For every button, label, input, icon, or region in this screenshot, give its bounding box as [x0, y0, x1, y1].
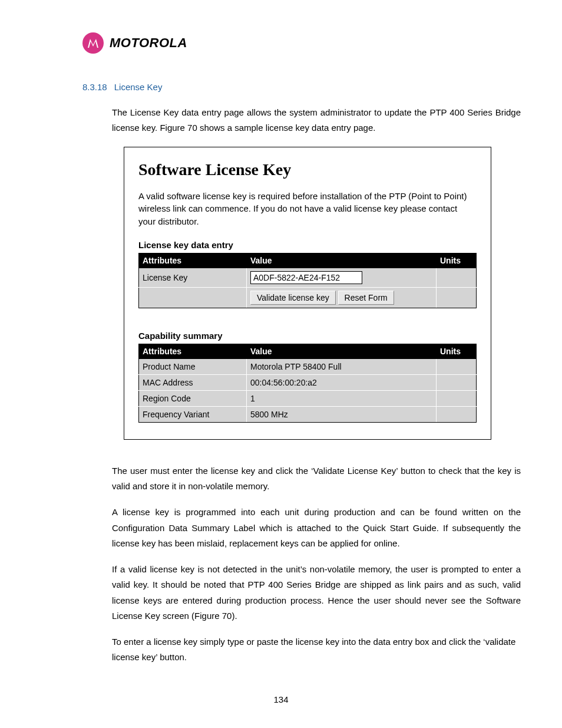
paragraph-3: A license key is programmed into each un…	[112, 505, 521, 551]
figure-description: A valid software license key is required…	[138, 190, 477, 228]
col-attributes: Attributes	[139, 253, 247, 268]
table1-label: License key data entry	[138, 240, 477, 250]
page-number: 134	[0, 694, 562, 704]
cap-units	[437, 358, 477, 374]
brand-name: MOTOROLA	[110, 35, 187, 51]
table-row: License Key	[139, 268, 477, 287]
cap-attr: Frequency Variant	[139, 406, 247, 422]
table2-label: Capability summary	[138, 331, 477, 341]
capability-summary-table: Attributes Value Units Product Name Moto…	[138, 344, 477, 423]
table-row: Region Code 1	[139, 390, 477, 406]
cap-attr: MAC Address	[139, 374, 247, 390]
units-cell	[437, 268, 477, 287]
cap-units	[437, 374, 477, 390]
reset-form-button[interactable]: Reset Form	[338, 291, 394, 305]
paragraph-4: If a valid license key is not detected i…	[112, 562, 521, 624]
cap-units	[437, 390, 477, 406]
cap-value: Motorola PTP 58400 Full	[247, 358, 437, 374]
validate-license-key-button[interactable]: Validate license key	[250, 291, 336, 305]
attr-license-key: License Key	[139, 268, 247, 287]
cap-attr: Product Name	[139, 358, 247, 374]
paragraph-2: The user must enter the license key and …	[112, 463, 521, 495]
section-title: License Key	[114, 82, 163, 92]
intro-paragraph: The License Key data entry page allows t…	[112, 105, 521, 136]
paragraph-5: To enter a license key simply type or pa…	[112, 634, 521, 666]
cap-value: 5800 MHz	[247, 406, 437, 422]
license-key-input[interactable]	[250, 271, 362, 284]
section-number: 8.3.18	[82, 82, 107, 92]
col-units: Units	[437, 253, 477, 268]
cap-value: 00:04:56:00:20:a2	[247, 374, 437, 390]
button-row: Validate license key Reset Form	[139, 287, 477, 308]
license-key-table: Attributes Value Units License Key Valid	[138, 253, 477, 308]
value-cell	[247, 268, 437, 287]
motorola-logo-icon	[82, 32, 104, 54]
col-value: Value	[247, 253, 437, 268]
table-row: Frequency Variant 5800 MHz	[139, 406, 477, 422]
col-attributes: Attributes	[139, 344, 247, 358]
cap-attr: Region Code	[139, 390, 247, 406]
section-heading: 8.3.18 License Key	[82, 82, 527, 92]
col-units: Units	[437, 344, 477, 358]
col-value: Value	[247, 344, 437, 358]
figure-title: Software License Key	[138, 160, 477, 179]
figure-box: Software License Key A valid software li…	[124, 147, 491, 440]
cap-value: 1	[247, 390, 437, 406]
page-header: MOTOROLA	[82, 32, 527, 54]
table-row: MAC Address 00:04:56:00:20:a2	[139, 374, 477, 390]
table-row: Product Name Motorola PTP 58400 Full	[139, 358, 477, 374]
cap-units	[437, 406, 477, 422]
